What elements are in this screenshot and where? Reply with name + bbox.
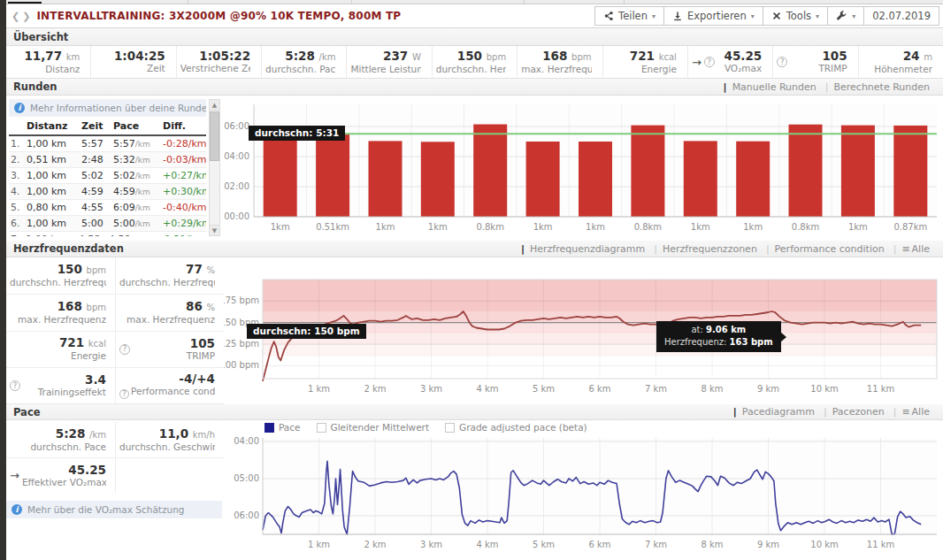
lap-bar xyxy=(264,127,297,217)
help-icon[interactable]: ? xyxy=(777,57,787,67)
scroll-up-button[interactable]: ▲ xyxy=(210,100,219,111)
legend-pace[interactable]: Pace xyxy=(264,422,301,433)
laps-table-clipped-row[interactable]: 7.1,00 km4:584:58/km+0:31/km xyxy=(9,232,206,236)
settings-wrench-button[interactable]: ▾ xyxy=(827,6,864,26)
avg-hr-tooltip: durchschn: 150 bpm xyxy=(247,324,366,339)
lap-bar xyxy=(736,142,770,217)
help-icon[interactable]: ? xyxy=(704,57,715,67)
lap-row[interactable]: 4.1,00 km4:594:59/km+0:30/km xyxy=(9,184,206,200)
lap-row[interactable]: 1.1,00 km5:575:57/km-0:28/km xyxy=(9,135,206,152)
pace-chart[interactable]: 04:0005:0006:001 km2 km3 km4 km5 km6 km7… xyxy=(224,434,943,560)
svg-text:02:00: 02:00 xyxy=(224,181,249,191)
lap-bar xyxy=(526,142,560,217)
stat-max-herzfrequenz: 168 bpmmax. Herzfrequenz xyxy=(6,294,115,330)
export-button[interactable]: Exportieren▾ xyxy=(663,6,763,26)
svg-text:8 km: 8 km xyxy=(701,540,723,549)
stat-label: TRIMP xyxy=(790,63,847,74)
stat-value: 237 W xyxy=(350,50,420,64)
laps-link-berechnete-runden[interactable]: |Berechnete Runden xyxy=(821,81,934,93)
heart-rate-chart[interactable]: 100 bpm125 bpm150 bpm175 bpm1 km2 km3 km… xyxy=(224,257,943,404)
heart-rate-stats: 150 bpmdurchschn. Herzfrequ...77 %durchs… xyxy=(6,257,224,404)
stat-label: durchschn. Pace xyxy=(10,441,106,453)
stat-value: 86 % xyxy=(119,300,215,314)
svg-text:0.87km: 0.87km xyxy=(893,222,927,232)
stat-trimp: ?105TRIMP xyxy=(772,46,857,78)
overview-stats-row: 11,77 kmDistanz1:04:25Zeit1:05:22Verstri… xyxy=(6,46,943,79)
stat-label: durchschn. Geschwin... xyxy=(119,441,215,453)
next-activity-button[interactable]: ❯ xyxy=(22,11,30,22)
pace-link-pacezonen[interactable]: |Pacezonen xyxy=(819,406,889,418)
help-icon[interactable]: ? xyxy=(119,389,129,399)
lap-bar xyxy=(421,142,455,217)
lap-row[interactable]: 2.0,51 km2:485:32/km-0:03/km xyxy=(9,152,206,168)
checked-checkbox-icon[interactable] xyxy=(264,423,274,433)
activity-nav: ❮ ❯ xyxy=(12,11,30,22)
stat-unit: W xyxy=(412,52,421,62)
pace-link-alle[interactable]: |≡Alle xyxy=(889,406,934,418)
lap-row[interactable]: 3.1,00 km5:025:02/km+0:27/km xyxy=(9,168,206,184)
heart-link-herzfrequenzdiagramm[interactable]: |Herzfrequenzdiagramm xyxy=(517,243,649,255)
legend-grade-adjusted-pace-beta[interactable]: Grade adjusted pace (beta) xyxy=(445,422,587,433)
stat-effektiver-vo-max: →45.25Effektiver VO₂max xyxy=(6,457,115,493)
stat-label: ?Performance conditi... xyxy=(119,386,215,399)
tools-button[interactable]: Tools▾ xyxy=(763,6,828,26)
svg-text:0.8km: 0.8km xyxy=(792,222,819,232)
svg-text:4 km: 4 km xyxy=(476,384,498,394)
share-icon xyxy=(603,11,614,21)
unchecked-checkbox-icon[interactable] xyxy=(317,423,326,433)
laps-col-pace[interactable]: Pace xyxy=(111,119,161,135)
heart-link-herzfrequenzzonen[interactable]: |Herzfrequenzzonen xyxy=(649,243,762,255)
stat-value: 150 bpm xyxy=(436,50,506,64)
unchecked-checkbox-icon[interactable] xyxy=(445,423,455,433)
stat-unit: % xyxy=(206,265,215,275)
help-icon[interactable]: ? xyxy=(119,344,130,355)
svg-text:3 km: 3 km xyxy=(420,384,442,394)
pace-svg: 04:0005:0006:001 km2 km3 km4 km5 km6 km7… xyxy=(224,434,942,560)
lap-row[interactable]: 6.1,00 km5:005:00/km+0:29/km xyxy=(9,216,206,232)
stat-unit: kcal xyxy=(88,339,106,349)
vo2max-info-banner[interactable]: i Mehr über die VO₂max Schätzung xyxy=(6,501,222,518)
laps-col-zeit[interactable]: Zeit xyxy=(80,119,111,135)
svg-text:0.8km: 0.8km xyxy=(634,222,662,232)
svg-text:8 km: 8 km xyxy=(701,384,723,394)
sliver-mark xyxy=(8,2,42,4)
laps-scrollbar[interactable]: ▲ ▼ xyxy=(209,99,220,236)
laps-link-manuelle-runden[interactable]: |Manuelle Runden xyxy=(719,81,821,93)
lap-bar xyxy=(369,141,402,217)
svg-text:1km: 1km xyxy=(533,222,553,232)
scroll-thumb[interactable] xyxy=(210,111,219,161)
stat-zeit: 1:04:25Zeit xyxy=(90,46,175,78)
svg-text:11 km: 11 km xyxy=(867,540,894,549)
legend-gleitender-mittelwert[interactable]: Gleitender Mittelwert xyxy=(317,422,430,433)
stat-value: 5:28 /km xyxy=(10,427,106,441)
lap-bar xyxy=(841,126,875,217)
help-icon[interactable]: ? xyxy=(10,380,20,391)
activity-page: ❮ ❯ INTERVALLTRAINING: 3X2000M @90% 10K … xyxy=(0,0,943,560)
titlebar: ❮ ❯ INTERVALLTRAINING: 3X2000M @90% 10K … xyxy=(6,4,943,28)
laps-col-index[interactable] xyxy=(9,119,25,135)
section-header-uebersicht: Übersicht xyxy=(6,28,943,46)
heart-rate-section: 150 bpmdurchschn. Herzfrequ...77 %durchs… xyxy=(6,257,943,404)
svg-text:05:00: 05:00 xyxy=(234,473,259,483)
svg-text:0.8km: 0.8km xyxy=(476,222,503,232)
stat-value: 5:28 /km xyxy=(265,50,335,64)
stat-value: 11,0 km/h xyxy=(119,427,215,441)
stat-durchschn-geschwin: 11,0 km/hdurchschn. Geschwin... xyxy=(115,422,224,457)
lap-bar xyxy=(631,126,664,217)
laps-col-diff[interactable]: Diff. xyxy=(161,119,206,135)
laps-col-distanz[interactable]: Distanz xyxy=(25,119,80,135)
prev-activity-button[interactable]: ❮ xyxy=(12,11,19,22)
svg-text:04:00: 04:00 xyxy=(224,151,249,161)
laps-pace-bar-chart[interactable]: 00:0002:0004:0006:001km0.51km1km1km0.8km… xyxy=(224,96,943,241)
pace-link-pacediagramm[interactable]: |Pacediagramm xyxy=(729,406,819,418)
scroll-down-button[interactable]: ▼ xyxy=(210,225,219,235)
lap-row[interactable]: 5.0,80 km4:556:09/km-0:40/km xyxy=(9,200,206,216)
section-header-herzfrequenz: Herzfrequenzdaten |Herzfrequenzdiagramm|… xyxy=(6,241,943,257)
svg-text:1 km: 1 km xyxy=(308,540,330,549)
heart-link-performance-condition[interactable]: |Performance condition xyxy=(762,243,889,255)
info-icon: i xyxy=(14,103,25,113)
stat-durchschn-herz: 150 bpmdurchschn. Herz... xyxy=(432,46,517,78)
heart-link-alle[interactable]: |≡Alle xyxy=(889,243,934,255)
laps-info-banner[interactable]: i Mehr Informationen über deine Runden xyxy=(9,99,206,117)
share-button[interactable]: Teilen▾ xyxy=(594,6,664,26)
